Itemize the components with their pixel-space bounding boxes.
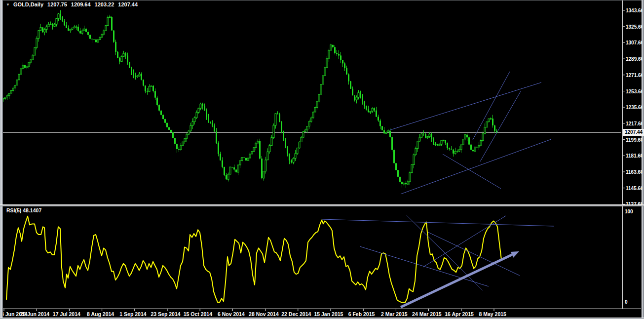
- indicator-label: RSI(5) 48.1407: [6, 207, 41, 213]
- date-tick-label: 15 Oct 2014: [184, 311, 212, 317]
- price-trendline-1[interactable]: [389, 82, 541, 130]
- indicator-value: 48.1407: [23, 207, 41, 213]
- price-tick-label: 1163.60: [626, 169, 644, 175]
- current-price-badge: 1207.44: [623, 129, 644, 136]
- date-tick-label: 1 Sep 2014: [119, 311, 146, 317]
- chart-canvas[interactable]: [0, 0, 644, 319]
- date-tick-label: 8 May 2015: [479, 311, 506, 317]
- date-tick-label: 8 Aug 2014: [87, 311, 114, 317]
- window-frame-top: [0, 0, 644, 0]
- symbol-name: GOLD,Daily: [13, 1, 43, 7]
- price-axis-line: [622, 0, 623, 204]
- rsi-trendline-1[interactable]: [322, 219, 554, 226]
- rsi-tick-label: 0: [625, 299, 628, 305]
- symbol-menu-arrow-icon[interactable]: ▼: [6, 2, 10, 7]
- date-tick-label: 6 Feb 2015: [348, 311, 375, 317]
- price-tick-label: 1271.60: [626, 72, 644, 78]
- window-frame-right: [642, 0, 644, 319]
- price-tick-label: 1235.60: [626, 105, 644, 110]
- date-tick-label: 28 Nov 2014: [249, 311, 279, 317]
- panel-divider[interactable]: [0, 204, 644, 206]
- price-tick-label: 1145.60: [626, 185, 644, 191]
- rsi-line: [6, 216, 501, 303]
- date-tick-label: 2 Mar 2015: [381, 311, 408, 317]
- date-tick-label: 22 Dec 2014: [281, 311, 311, 317]
- date-tick-label: 23 Sep 2014: [151, 311, 180, 317]
- date-tick-label: 24 Mar 2015: [412, 311, 442, 317]
- price-tick-label: 1253.60: [626, 88, 644, 94]
- price-trendline-3[interactable]: [443, 154, 501, 189]
- price-tick-label: 1325.60: [626, 24, 644, 29]
- date-tick-label: 6 Nov 2014: [218, 311, 245, 317]
- indicator-name: RSI(5): [6, 207, 21, 213]
- quote-close: 1207.44: [118, 1, 138, 7]
- price-tick-label: 1307.60: [626, 40, 644, 45]
- rsi-trendline-5[interactable]: [428, 232, 520, 276]
- price-tick-label: 1181.60: [626, 153, 644, 159]
- date-tick-label: 15 Jan 2015: [314, 311, 343, 317]
- price-trendline-4[interactable]: [473, 72, 510, 140]
- candles-group: [2, 10, 497, 188]
- price-tick-label: 1343.60: [626, 8, 644, 13]
- quote-low: 1203.22: [95, 1, 114, 7]
- quote-open: 1207.75: [47, 1, 67, 7]
- trend-arrow[interactable]: [401, 251, 519, 307]
- price-tick-label: 1199.60: [626, 137, 644, 142]
- chart-title-bar: ▼ GOLD,Daily 1207.75 1209.64 1203.22 120…: [6, 1, 138, 7]
- rsi-axis-line: [622, 206, 623, 309]
- chart-window: ▼ GOLD,Daily 1207.75 1209.64 1203.22 120…: [0, 0, 644, 319]
- price-tick-label: 1289.60: [626, 56, 644, 62]
- rsi-tick-label: 100: [625, 209, 633, 214]
- date-tick-label: 25 Jun 2014: [20, 311, 50, 317]
- date-tick-label: 16 Apr 2015: [445, 311, 474, 317]
- quote-high: 1209.64: [71, 1, 91, 7]
- date-tick-label: 17 Jul 2014: [53, 311, 80, 317]
- price-tick-label: 1217.60: [626, 120, 644, 126]
- window-frame-left: [0, 0, 3, 319]
